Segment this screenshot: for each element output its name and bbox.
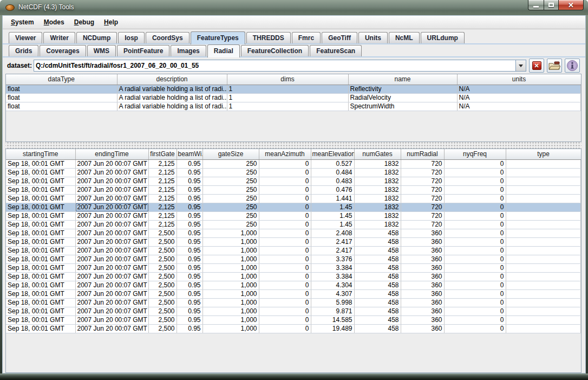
sweeps-table-cell[interactable] xyxy=(506,185,581,194)
sweeps-table-cell[interactable]: 1832 xyxy=(354,185,401,194)
sweeps-table-cell[interactable]: 2,500 xyxy=(148,298,177,307)
sweeps-table-cell[interactable]: Sep 18, 00:01 GMT xyxy=(6,203,75,211)
sweeps-table-cell[interactable]: 250 xyxy=(202,220,259,229)
sweeps-table-cell[interactable]: 360 xyxy=(401,237,444,246)
sweeps-table-cell[interactable]: 2,125 xyxy=(148,168,177,177)
sweeps-table-cell[interactable]: 2,500 xyxy=(148,237,177,246)
sweeps-table-cell[interactable] xyxy=(506,220,581,229)
sweeps-table-header-gatesize[interactable]: gateSize xyxy=(202,149,259,159)
sweeps-table-cell[interactable]: 458 xyxy=(354,315,401,324)
sweeps-table-cell[interactable] xyxy=(506,263,581,272)
sweeps-table-cell[interactable]: 2,500 xyxy=(148,229,177,237)
menu-help[interactable]: Help xyxy=(99,17,123,28)
sweeps-table-cell[interactable]: 2.408 xyxy=(311,229,354,237)
sweeps-table-cell[interactable]: 360 xyxy=(401,281,444,289)
tab-grids[interactable]: Grids xyxy=(9,45,38,56)
sweeps-table-cell[interactable]: 360 xyxy=(401,263,444,272)
sweeps-table-cell[interactable]: 0 xyxy=(259,211,311,220)
sweeps-table-cell[interactable]: 360 xyxy=(401,255,444,263)
sweeps-table-cell[interactable]: 2007 Jun 20 00:07 GMT xyxy=(75,159,148,168)
sweeps-table-cell[interactable]: 720 xyxy=(401,211,444,220)
sweeps-table-cell[interactable]: 2,500 xyxy=(148,255,177,263)
variables-table-cell[interactable]: N/A xyxy=(457,93,581,102)
sweeps-table-cell[interactable]: 3.384 xyxy=(311,272,354,281)
variables-table-cell[interactable]: float xyxy=(6,93,117,102)
sweeps-table-cell[interactable]: 1832 xyxy=(354,159,401,168)
dataset-input[interactable]: Q:/cdmUnitTest/ft/radial/fosr1_2007_06_2… xyxy=(34,60,515,71)
sweeps-table-cell[interactable]: Sep 18, 00:01 GMT xyxy=(6,229,75,237)
sweeps-table-cell[interactable]: 0 xyxy=(259,307,311,315)
sweeps-table-cell[interactable]: 19.489 xyxy=(311,324,354,333)
sweeps-table-cell[interactable]: 0.476 xyxy=(311,185,354,194)
sweeps-table-cell[interactable]: 458 xyxy=(354,246,401,255)
sweeps-table-cell[interactable]: 0 xyxy=(259,289,311,298)
sweeps-table-cell[interactable]: 0 xyxy=(259,177,311,185)
sweeps-table-cell[interactable]: 0 xyxy=(444,246,506,255)
sweeps-table-cell[interactable]: 0 xyxy=(444,307,506,315)
sweeps-table-cell[interactable]: 2007 Jun 20 00:07 GMT xyxy=(75,229,148,237)
sweeps-table-cell[interactable]: 720 xyxy=(401,168,444,177)
sweeps-table-cell[interactable]: 1832 xyxy=(354,168,401,177)
sweeps-table-cell[interactable] xyxy=(506,177,581,185)
sweeps-table-cell[interactable]: 0 xyxy=(444,211,506,220)
sweeps-table-cell[interactable]: 1,000 xyxy=(202,263,259,272)
sweeps-table-cell[interactable]: 1832 xyxy=(354,220,401,229)
variables-table-cell[interactable]: A radial variable holding a list of radi… xyxy=(117,85,227,93)
info-button[interactable] xyxy=(565,59,580,73)
tab-coordsys[interactable]: CoordSys xyxy=(146,32,190,43)
sweeps-table-cell[interactable]: 458 xyxy=(354,324,401,333)
tab-geotiff[interactable]: GeoTiff xyxy=(322,32,357,43)
sweeps-table-cell[interactable]: 458 xyxy=(354,289,401,298)
sweeps-table-cell[interactable]: 1.45 xyxy=(311,203,354,211)
sweeps-table-cell[interactable]: 0.95 xyxy=(177,159,202,168)
sweeps-table-cell[interactable]: 0.527 xyxy=(311,159,354,168)
sweeps-table-cell[interactable]: 2007 Jun 20 00:07 GMT xyxy=(75,220,148,229)
variables-table-cell[interactable]: Reflectivity xyxy=(348,85,457,93)
dataset-dropdown-button[interactable] xyxy=(515,60,526,71)
sweeps-table-cell[interactable]: 360 xyxy=(401,324,444,333)
sweeps-table-header-meanazimuth[interactable]: meanAzimuth xyxy=(259,149,311,159)
sweeps-table-cell[interactable]: Sep 18, 00:01 GMT xyxy=(6,211,75,220)
sweeps-table-cell[interactable]: 0.95 xyxy=(177,246,202,255)
tab-featurescan[interactable]: FeatureScan xyxy=(310,45,362,56)
sweeps-table-cell[interactable] xyxy=(506,229,581,237)
sweeps-table-cell[interactable] xyxy=(506,168,581,177)
sweeps-table-cell[interactable]: 458 xyxy=(354,272,401,281)
sweeps-table-cell[interactable]: 0.95 xyxy=(177,237,202,246)
sweeps-table-cell[interactable]: 0 xyxy=(259,272,311,281)
sweeps-table-cell[interactable]: 2007 Jun 20 00:07 GMT xyxy=(75,185,148,194)
sweeps-table-cell[interactable]: 1,000 xyxy=(202,307,259,315)
sweeps-table-cell[interactable]: 0 xyxy=(259,315,311,324)
sweeps-table-cell[interactable]: Sep 18, 00:01 GMT xyxy=(6,272,75,281)
sweeps-table-cell[interactable]: 4.304 xyxy=(311,281,354,289)
sweeps-table-header-nyqfreq[interactable]: nyqFreq xyxy=(444,149,506,159)
tab-urldump[interactable]: URLdump xyxy=(421,32,465,43)
sweeps-table-cell[interactable]: 2007 Jun 20 00:07 GMT xyxy=(75,211,148,220)
sweeps-table-cell[interactable]: 0 xyxy=(444,315,506,324)
menu-system[interactable]: System xyxy=(6,17,39,28)
tab-featurecollection[interactable]: FeatureCollection xyxy=(241,45,309,56)
sweeps-table-cell[interactable]: 1,000 xyxy=(202,315,259,324)
sweeps-table-cell[interactable]: 0.95 xyxy=(177,315,202,324)
sweeps-table-cell[interactable] xyxy=(506,272,581,281)
sweeps-table-cell[interactable]: 250 xyxy=(202,185,259,194)
sweeps-table-cell[interactable]: 360 xyxy=(401,246,444,255)
sweeps-table-cell[interactable]: 0.95 xyxy=(177,229,202,237)
sweeps-table-cell[interactable]: 1.441 xyxy=(311,194,354,203)
sweeps-table-cell[interactable]: 0 xyxy=(444,194,506,203)
sweeps-table-header-type[interactable]: type xyxy=(506,149,581,159)
variables-table-cell[interactable]: A radial variable holding a list of radi… xyxy=(117,102,227,111)
variables-table-header-dims[interactable]: dims xyxy=(227,74,348,85)
sweeps-table-cell[interactable]: 2007 Jun 20 00:07 GMT xyxy=(75,246,148,255)
sweeps-table-cell[interactable]: Sep 18, 00:01 GMT xyxy=(6,194,75,203)
sweeps-table-cell[interactable]: 2,500 xyxy=(148,246,177,255)
sweeps-table-cell[interactable]: 0 xyxy=(259,159,311,168)
sweeps-table-header-startingtime[interactable]: startingTime xyxy=(6,149,75,159)
variables-table-header-units[interactable]: units xyxy=(457,74,581,85)
sweeps-table-cell[interactable]: 458 xyxy=(354,281,401,289)
sweeps-table-cell[interactable]: 0 xyxy=(259,324,311,333)
sweeps-table-cell[interactable]: 2007 Jun 20 00:07 GMT xyxy=(75,177,148,185)
sweeps-table-cell[interactable]: 0 xyxy=(259,168,311,177)
variables-table-header-name[interactable]: name xyxy=(348,74,457,85)
variables-table-cell[interactable]: N/A xyxy=(457,85,581,93)
